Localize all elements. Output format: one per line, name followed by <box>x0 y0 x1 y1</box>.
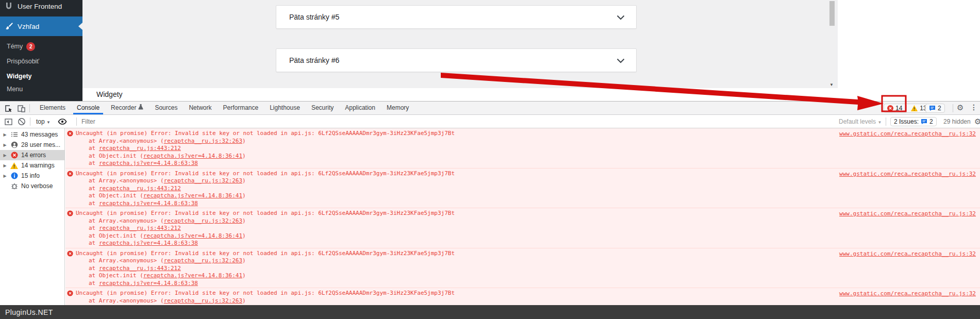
console-filter-no-verbose[interactable]: No verbose <box>0 181 64 191</box>
error-icon <box>10 152 18 159</box>
sidebar-item-widgety[interactable]: Widgety <box>0 71 82 81</box>
stack-frame-text: ) <box>242 272 246 279</box>
tab-label: Lighthouse <box>270 102 300 114</box>
settings-gear-icon[interactable]: ⚙ <box>957 103 964 112</box>
stack-frame-source-link[interactable]: recaptcha.js?ver=4.14.8:63:38 <box>99 280 198 287</box>
stack-frame-source-link[interactable]: recaptcha.js?ver=4.14.8:36:41 <box>143 192 242 199</box>
error-source-link[interactable]: www.gstatic.com/reca…recaptcha__ru.js:32 <box>839 250 976 257</box>
expand-caret-icon: ▶ <box>3 132 7 137</box>
devtools-panel: ElementsConsoleRecorderSourcesNetworkPer… <box>0 101 980 305</box>
tab-security[interactable]: Security <box>306 102 339 114</box>
scrollbar-down-arrow[interactable]: ▼ <box>829 82 834 87</box>
stack-frame-source-link[interactable]: recaptcha__ru.js:32:263 <box>164 257 242 264</box>
chevron-down-icon <box>617 13 625 22</box>
stack-frame-source-link[interactable]: recaptcha__ru.js:443:212 <box>99 225 181 231</box>
console-filter-43-messages[interactable]: ▶43 messages <box>0 129 64 140</box>
issues-counter-button[interactable]: 2 Issues: 2 <box>890 117 937 126</box>
device-toolbar-icon[interactable] <box>16 104 26 113</box>
divider <box>76 117 77 126</box>
stack-frame-text: at Array.<anonymous> ( <box>89 177 164 184</box>
stack-frame-text: at Object.init ( <box>89 153 143 159</box>
console-filter-14-errors[interactable]: ▶14 errors <box>0 150 64 160</box>
stack-frame-text: at Array.<anonymous> ( <box>89 257 164 264</box>
sidebar-item-prisp-sobi-[interactable]: Prispôsobiť <box>0 56 82 66</box>
tab-memory[interactable]: Memory <box>381 102 414 114</box>
error-source-link[interactable]: www.gstatic.com/reca…recaptcha__ru.js:32 <box>839 171 976 177</box>
stack-frame-source-link[interactable]: recaptcha__ru.js:32:263 <box>164 297 242 304</box>
stack-frame-source-link[interactable]: recaptcha__ru.js:443:212 <box>99 265 181 272</box>
tab-sources[interactable]: Sources <box>149 102 183 114</box>
console-filter-label: 15 info <box>21 172 40 179</box>
error-message-text: Uncaught (in promise) Error: Invalid sit… <box>76 210 455 216</box>
stack-frame-source-link[interactable]: recaptcha.js?ver=4.14.8:63:38 <box>99 200 198 207</box>
sidebar-item-label: Vzhľad <box>18 23 39 30</box>
stack-frame-row: at Array.<anonymous> (recaptcha__ru.js:3… <box>65 177 980 185</box>
stack-frame-source-link[interactable]: recaptcha__ru.js:32:263 <box>164 217 242 224</box>
more-options-icon[interactable]: ⋮ <box>970 103 977 111</box>
stack-frame-text: at <box>89 280 99 287</box>
chevron-down-icon <box>617 57 625 65</box>
sidebar-item-appearance[interactable]: Vzhľad <box>0 16 82 36</box>
scrollbar-thumb[interactable] <box>829 1 835 26</box>
js-context-selector[interactable]: top ▼ <box>36 118 51 125</box>
console-status-badges[interactable]: 14 13 <box>884 104 931 113</box>
stack-frame-source-link[interactable]: recaptcha__ru.js:32:263 <box>164 138 242 144</box>
screenshot-root: User Frontend Vzhľad Témy2PrispôsobiťWid… <box>0 0 980 319</box>
stack-frame-row: at recaptcha__ru.js:443:212 <box>65 265 980 273</box>
wp-widgets-page: Päta stránky #5Päta stránky #6 ▼ Widgety <box>82 0 980 101</box>
error-source-link[interactable]: www.gstatic.com/reca…recaptcha__ru.js:32 <box>839 290 976 297</box>
sidebar-item-user-frontend[interactable]: User Frontend <box>0 0 82 12</box>
console-sidebar-toggle-icon[interactable] <box>4 117 13 126</box>
inspect-element-icon[interactable] <box>4 104 13 113</box>
console-filter-14-warnings[interactable]: ▶14 warnings <box>0 160 64 171</box>
sidebar-item-menu[interactable]: Menu <box>0 84 82 94</box>
stack-frame-source-link[interactable]: recaptcha.js?ver=4.14.8:36:41 <box>143 153 242 159</box>
stack-frame-text: at Object.init ( <box>89 192 143 199</box>
widget-accordion-header[interactable]: Päta stránky #6 <box>276 48 637 72</box>
error-source-link[interactable]: www.gstatic.com/reca…recaptcha__ru.js:32 <box>839 210 976 217</box>
stack-frame-row: at Object.init (recaptcha.js?ver=4.14.8:… <box>65 232 980 240</box>
tab-performance[interactable]: Performance <box>217 102 264 114</box>
issues-badge[interactable]: 2 <box>925 104 945 113</box>
live-expression-eye-icon[interactable] <box>58 117 67 126</box>
page-scrollbar[interactable]: ▼ <box>829 0 835 88</box>
divider <box>886 117 886 126</box>
widget-accordion-header[interactable]: Päta stránky #5 <box>276 5 637 29</box>
stack-frame-text: at Array.<anonymous> ( <box>89 138 164 144</box>
stack-frame-source-link[interactable]: recaptcha__ru.js:443:212 <box>99 185 181 192</box>
stack-frame-text: at Object.init ( <box>89 272 143 279</box>
filter-input[interactable] <box>81 116 834 127</box>
console-settings-gear-icon[interactable]: ⚙ <box>974 117 980 126</box>
tab-label: Network <box>189 102 211 114</box>
stack-frame-text: at <box>89 185 99 192</box>
console-error-entry: Uncaught (in promise) Error: Invalid sit… <box>65 128 980 169</box>
tab-elements[interactable]: Elements <box>34 102 71 114</box>
user-frontend-icon <box>5 2 13 10</box>
stack-frame-text: ) <box>242 153 246 159</box>
tab-recorder[interactable]: Recorder <box>105 102 149 114</box>
error-source-link[interactable]: www.gstatic.com/reca…recaptcha__ru.js:32 <box>839 130 976 137</box>
tab-console[interactable]: Console <box>71 102 105 114</box>
clear-console-icon[interactable] <box>17 117 26 126</box>
console-filter-28-user-mes-[interactable]: ▶28 user mes... <box>0 140 64 150</box>
stack-frame-source-link[interactable]: recaptcha__ru.js:32:263 <box>164 177 242 184</box>
expand-caret-icon: ▶ <box>3 143 7 147</box>
stack-frame-source-link[interactable]: recaptcha__ru.js:443:212 <box>99 145 181 152</box>
console-filter-15-info[interactable]: ▶15 info <box>0 171 64 181</box>
error-message-text: Uncaught (in promise) Error: Invalid sit… <box>76 250 455 257</box>
stack-frame-row: at Array.<anonymous> (recaptcha__ru.js:3… <box>65 138 980 145</box>
stack-frame-row: at Array.<anonymous> (recaptcha__ru.js:3… <box>65 217 980 225</box>
stack-frame-source-link[interactable]: recaptcha.js?ver=4.14.8:36:41 <box>143 232 242 239</box>
issues-counter-icon <box>921 119 927 125</box>
stack-frame-source-link[interactable]: recaptcha.js?ver=4.14.8:63:38 <box>99 240 198 246</box>
tab-lighthouse[interactable]: Lighthouse <box>264 102 306 114</box>
warning-badge-icon <box>911 105 918 111</box>
tab-application[interactable]: Application <box>339 102 381 114</box>
tab-network[interactable]: Network <box>183 102 217 114</box>
sidebar-item-t-my[interactable]: Témy2 <box>0 41 82 52</box>
log-levels-dropdown[interactable]: Default levels ▼ <box>839 118 882 125</box>
stack-frame-source-link[interactable]: recaptcha.js?ver=4.14.8:63:38 <box>99 160 198 166</box>
stack-frame-source-link[interactable]: recaptcha.js?ver=4.14.8:36:41 <box>143 272 242 279</box>
tab-label: Elements <box>40 102 65 114</box>
widget-bar: Widgety <box>82 88 980 101</box>
